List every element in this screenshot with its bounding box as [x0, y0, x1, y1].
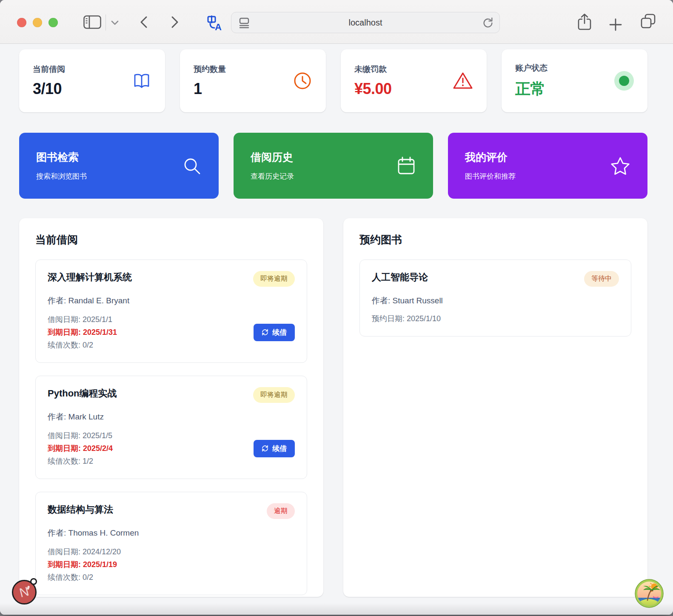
back-icon [140, 16, 148, 29]
stat-card-current-borrows: 当前借阅 3/10 [19, 49, 165, 112]
reserve-date: 预约日期: 2025/1/10 [372, 312, 441, 325]
forward-button[interactable] [171, 16, 179, 29]
book-author: 作者: Stuart Russell [372, 295, 619, 306]
translate-button[interactable]: A [207, 15, 223, 31]
renew-button-label: 续借 [272, 328, 287, 337]
minimize-button[interactable] [33, 18, 42, 27]
browser-toolbar: A localhost [0, 0, 673, 44]
status-badge: 即将逾期 [253, 387, 295, 403]
tab-overview-button[interactable] [640, 13, 656, 29]
share-icon [577, 13, 592, 31]
action-subtitle: 图书评价和推荐 [465, 171, 516, 181]
borrow-date: 借阅日期: 2025/1/1 [48, 313, 117, 326]
stat-label: 当前借阅 [33, 64, 65, 75]
stat-value: 正常 [515, 79, 548, 100]
renew-refresh-icon [262, 329, 268, 336]
stat-value: 1 [194, 80, 226, 98]
reader-icon [238, 17, 250, 29]
book-title: 人工智能导论 [372, 271, 428, 284]
panels-row: 当前借阅 深入理解计算机系统 即将逾期 作者: Randal E. Bryant… [19, 218, 647, 597]
renew-count: 续借次数: 0/2 [48, 571, 121, 584]
renew-button[interactable]: 续借 [254, 324, 295, 341]
renew-refresh-icon [262, 445, 268, 452]
current-borrows-panel: 当前借阅 深入理解计算机系统 即将逾期 作者: Randal E. Bryant… [19, 218, 323, 597]
page-content: 当前借阅 3/10 预约数量 1 [0, 44, 673, 615]
sidebar-toggle-button[interactable] [83, 15, 101, 29]
search-icon [182, 156, 202, 176]
stat-card-reservations: 预约数量 1 [180, 49, 326, 112]
annotation-dot [30, 578, 37, 585]
back-button[interactable] [140, 16, 148, 29]
stat-label: 未缴罚款 [354, 64, 392, 75]
quick-actions-row: 图书检索 搜索和浏览图书 借阅历史 查看历史记录 [19, 133, 647, 199]
url-text: localhost [349, 18, 382, 28]
renew-count: 续借次数: 0/2 [48, 339, 117, 351]
borrow-date: 借阅日期: 2025/1/5 [48, 429, 113, 442]
action-title: 图书检索 [36, 150, 87, 164]
borrow-card: 深入理解计算机系统 即将逾期 作者: Randal E. Bryant 借阅日期… [35, 260, 307, 363]
action-title: 我的评价 [465, 150, 516, 164]
traffic-lights [17, 18, 58, 27]
svg-text:A: A [215, 22, 222, 31]
tabs-icon [640, 13, 656, 29]
stat-label: 预约数量 [194, 64, 226, 75]
reservations-panel: 预约图书 人工智能导论 等待中 作者: Stuart Russell 预约日期:… [343, 218, 647, 597]
action-title: 借阅历史 [251, 150, 294, 164]
reader-mode-button[interactable] [238, 17, 250, 29]
book-title: 数据结构与算法 [48, 503, 113, 516]
borrow-date: 借阅日期: 2024/12/20 [48, 545, 121, 558]
clock-icon [293, 71, 312, 91]
share-button[interactable] [577, 13, 592, 31]
action-subtitle: 查看历史记录 [251, 171, 294, 181]
zoom-button[interactable] [48, 18, 58, 27]
annotation-marker[interactable]: N [12, 580, 37, 605]
forward-icon [171, 16, 179, 29]
status-badge: 等待中 [584, 271, 619, 287]
book-title: Python编程实战 [48, 387, 117, 400]
tropical-island-icon[interactable] [635, 579, 664, 608]
due-date: 到期日期: 2025/1/31 [48, 326, 117, 339]
stat-value: ¥5.00 [354, 80, 392, 98]
book-author: 作者: Mark Lutz [48, 411, 295, 422]
action-subtitle: 搜索和浏览图书 [36, 171, 87, 181]
borrow-card: Python编程实战 即将逾期 作者: Mark Lutz 借阅日期: 2025… [35, 376, 307, 479]
status-badge: 即将逾期 [253, 271, 295, 287]
stat-label: 账户状态 [515, 63, 548, 74]
star-icon [610, 156, 630, 176]
reservation-card: 人工智能导论 等待中 作者: Stuart Russell 预约日期: 2025… [359, 260, 631, 337]
address-bar[interactable]: localhost [231, 12, 500, 33]
calendar-icon [396, 156, 416, 176]
action-borrow-history[interactable]: 借阅历史 查看历史记录 [234, 133, 433, 199]
book-author: 作者: Randal E. Bryant [48, 295, 295, 306]
translate-icon: A [207, 15, 223, 31]
status-badge: 逾期 [267, 503, 295, 519]
panel-title: 当前借阅 [35, 233, 307, 247]
book-author: 作者: Thomas H. Cormen [48, 528, 295, 539]
browser-window: A localhost [0, 0, 673, 615]
renew-count: 续借次数: 1/2 [48, 455, 113, 468]
alert-triangle-icon [453, 71, 473, 90]
tab-group-chevron-button[interactable] [111, 20, 119, 25]
due-date: 到期日期: 2025/2/4 [48, 442, 113, 455]
stats-row: 当前借阅 3/10 预约数量 1 [19, 49, 647, 112]
renew-button[interactable]: 续借 [254, 440, 295, 457]
toolbar-divider [106, 14, 106, 31]
stat-value: 3/10 [33, 80, 65, 98]
due-date: 到期日期: 2025/1/19 [48, 558, 121, 571]
close-button[interactable] [17, 18, 26, 27]
sidebar-icon [83, 15, 101, 29]
book-title: 深入理解计算机系统 [48, 271, 132, 284]
renew-button-label: 续借 [272, 444, 287, 453]
open-book-icon [132, 71, 151, 91]
refresh-button[interactable] [482, 17, 494, 29]
refresh-icon [482, 17, 494, 29]
action-my-reviews[interactable]: 我的评价 图书评价和推荐 [448, 133, 647, 199]
panel-title: 预约图书 [359, 233, 631, 247]
borrow-card: 数据结构与算法 逾期 作者: Thomas H. Cormen 借阅日期: 20… [35, 492, 307, 595]
stat-card-account-status: 账户状态 正常 [502, 49, 647, 112]
new-tab-button[interactable] [609, 18, 622, 31]
plus-icon [609, 18, 622, 31]
chevron-down-icon [111, 20, 119, 25]
action-book-search[interactable]: 图书检索 搜索和浏览图书 [19, 133, 219, 199]
stat-card-fines: 未缴罚款 ¥5.00 [341, 49, 487, 112]
